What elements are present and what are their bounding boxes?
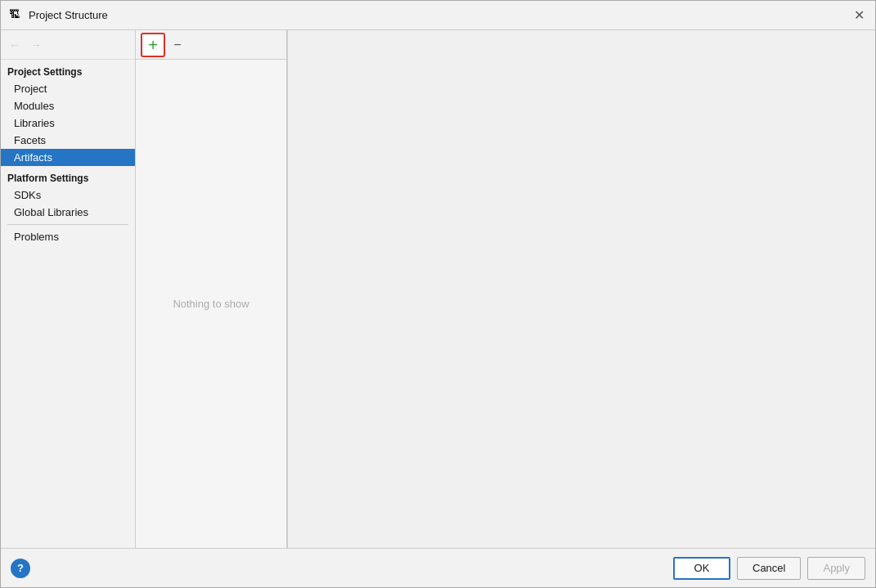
sidebar: ← → Project Settings Project Modules Lib… [1, 30, 136, 548]
sidebar-item-problems[interactable]: Problems [1, 228, 135, 245]
forward-icon: → [30, 38, 42, 52]
close-button[interactable]: ✕ [851, 7, 867, 24]
project-structure-dialog: 🏗 Project Structure ✕ ← → Project Settin… [0, 0, 876, 588]
sidebar-item-project[interactable]: Project [1, 80, 135, 97]
sidebar-item-global-libraries[interactable]: Global Libraries [1, 204, 135, 221]
back-icon: ← [9, 38, 20, 52]
plus-icon: + [148, 37, 158, 53]
apply-button[interactable]: Apply [807, 557, 865, 580]
minus-icon: − [173, 38, 181, 52]
back-button[interactable]: ← [6, 36, 24, 54]
footer: ? OK Cancel Apply [1, 548, 875, 587]
artifacts-list: Nothing to show [136, 60, 286, 548]
artifact-detail-panel [287, 30, 875, 548]
project-settings-header: Project Settings [1, 60, 135, 80]
cancel-button[interactable]: Cancel [737, 557, 801, 580]
content-area: ← → Project Settings Project Modules Lib… [1, 30, 875, 548]
help-button[interactable]: ? [11, 559, 30, 578]
add-artifact-button[interactable]: + [141, 33, 165, 57]
app-icon: 🏗 [9, 8, 24, 23]
platform-settings-header: Platform Settings [1, 166, 135, 186]
dialog-title: Project Structure [29, 9, 851, 21]
remove-artifact-button[interactable]: − [168, 36, 186, 54]
sidebar-divider [7, 224, 128, 225]
artifacts-left-panel: + − Nothing to show [136, 30, 287, 548]
forward-button[interactable]: → [27, 36, 45, 54]
sidebar-item-artifacts[interactable]: Artifacts [1, 149, 135, 166]
ok-button[interactable]: OK [673, 557, 730, 580]
artifacts-toolbar: + − [136, 30, 286, 60]
artifacts-section: + − Nothing to show [136, 30, 875, 548]
sidebar-item-libraries[interactable]: Libraries [1, 114, 135, 132]
sidebar-item-modules[interactable]: Modules [1, 97, 135, 114]
nothing-to-show-label: Nothing to show [173, 298, 249, 310]
sidebar-item-sdks[interactable]: SDKs [1, 186, 135, 204]
nav-toolbar: ← → [1, 30, 135, 60]
sidebar-item-facets[interactable]: Facets [1, 132, 135, 149]
title-bar: 🏗 Project Structure ✕ [1, 1, 875, 30]
help-icon: ? [17, 562, 24, 574]
